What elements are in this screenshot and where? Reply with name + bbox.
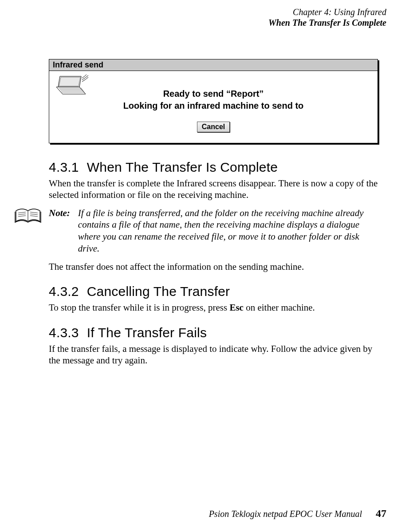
section-number: 4.3.1 [49, 160, 79, 174]
note-label: Note: [49, 207, 70, 255]
note-text: If a file is being transferred, and the … [78, 207, 371, 255]
manual-page: Chapter 4: Using Infrared When The Trans… [0, 0, 413, 532]
header-section: When The Transfer Is Complete [268, 17, 386, 28]
text-fragment: To stop the transfer while it is in prog… [49, 302, 229, 313]
note-content: Note: If a file is being transferred, an… [49, 207, 371, 255]
svg-marker-2 [56, 87, 86, 94]
open-book-icon [14, 207, 42, 226]
body-paragraph: The transfer does not affect the informa… [49, 261, 386, 272]
note-block: Note: If a file is being transferred, an… [14, 207, 386, 255]
section-number: 4.3.3 [49, 325, 79, 340]
dialog-message-line1: Ready to send “Report” [54, 88, 373, 100]
infrared-send-dialog: Infrared send Ready to send “Report” Loo… [49, 59, 378, 143]
page-footer: Psion Teklogix netpad EPOC User Manual 4… [209, 508, 386, 520]
text-fragment: on either machine. [244, 302, 315, 313]
running-header: Chapter 4: Using Infrared When The Trans… [268, 7, 386, 28]
body-paragraph: If the transfer fails, a message is disp… [49, 343, 386, 366]
section-title: Cancelling The Transfer [87, 284, 230, 299]
dialog-message-line2: Looking for an infrared machine to send … [54, 100, 373, 112]
page-number: 47 [376, 508, 386, 519]
dialog-title: Infrared send [49, 59, 378, 71]
section-heading-431: 4.3.1When The Transfer Is Complete [49, 160, 386, 175]
body-paragraph: When the transfer is complete the Infrar… [49, 177, 386, 201]
dialog-message: Ready to send “Report” Looking for an in… [54, 88, 373, 112]
laptop-ir-icon [54, 74, 88, 99]
key-esc: Esc [229, 302, 244, 313]
dialog-body: Ready to send “Report” Looking for an in… [49, 71, 378, 143]
header-chapter: Chapter 4: Using Infrared [268, 7, 386, 17]
section-number: 4.3.2 [49, 284, 79, 299]
svg-marker-1 [59, 77, 80, 86]
section-heading-432: 4.3.2Cancelling The Transfer [49, 284, 386, 299]
cancel-button[interactable]: Cancel [197, 122, 230, 132]
section-title: When The Transfer Is Complete [87, 160, 278, 174]
section-title: If The Transfer Fails [87, 325, 207, 340]
content-area: 4.3.1When The Transfer Is Complete When … [49, 160, 386, 370]
footer-manual-title: Psion Teklogix netpad EPOC User Manual [209, 509, 362, 519]
section-heading-433: 4.3.3If The Transfer Fails [49, 325, 386, 340]
body-paragraph: To stop the transfer while it is in prog… [49, 302, 386, 313]
